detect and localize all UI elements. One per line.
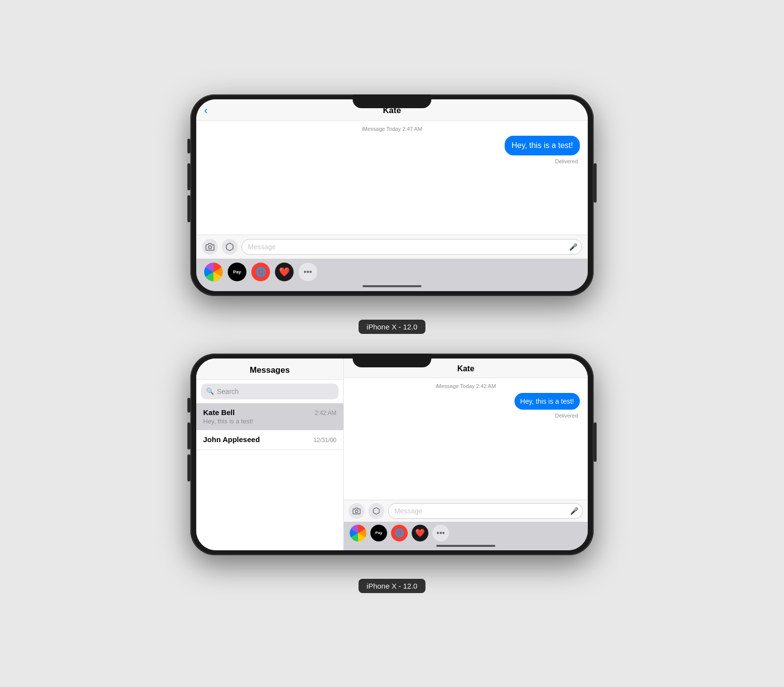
globe-icon-2[interactable]: 🌐: [391, 525, 408, 541]
message-input-bar-2: Message 🎤: [344, 500, 588, 522]
apps-button-2[interactable]: [368, 503, 384, 519]
home-bar-2: [436, 545, 495, 547]
outgoing-message-row: Hey, this is a test!: [204, 136, 580, 156]
message-timestamp-2: iMessage Today 2:42 AM: [352, 383, 580, 389]
conv-time-john: 12/31/00: [313, 437, 336, 444]
messages-title: Messages: [196, 358, 343, 380]
message-body: iMessage Today 2:47 AM Hey, this is a te…: [196, 121, 588, 235]
message-text-input[interactable]: Message 🎤: [241, 239, 582, 255]
camera-button-2[interactable]: [349, 503, 364, 519]
message-timestamp: iMessage Today 2:47 AM: [204, 126, 580, 132]
outgoing-message-row-2: Hey, this is a test!: [352, 393, 580, 410]
messages-sidebar: Messages 🔍 Search Kate Bell 2:42 AM Hey,…: [196, 358, 344, 550]
message-input-bar: Message 🎤: [196, 235, 588, 259]
heart-icon-2[interactable]: ❤️: [412, 525, 428, 541]
more-apps-icon-2[interactable]: •••: [432, 525, 449, 541]
conv-name-kate: Kate Bell: [203, 408, 235, 417]
conv-name-john: John Appleseed: [203, 435, 260, 444]
message-header: ‹ Kate: [196, 99, 588, 121]
contact-name: Kate: [383, 106, 401, 116]
search-icon: 🔍: [206, 388, 214, 395]
volume-down-button[interactable]: [187, 195, 190, 222]
message-text-input-2[interactable]: Message 🎤: [388, 503, 583, 519]
device2-label: iPhone X - 12.0: [359, 579, 425, 593]
volume-up-button-2[interactable]: [187, 422, 190, 449]
app-strip: Pay 🌐 ❤️ •••: [196, 259, 588, 281]
apps-button[interactable]: [222, 239, 238, 255]
apple-pay-icon-2[interactable]: Pay: [370, 525, 387, 541]
more-apps-icon[interactable]: •••: [299, 263, 317, 281]
conv-time-kate: 2:42 AM: [315, 410, 336, 417]
input-placeholder-2: Message: [394, 507, 422, 515]
message-status: Delivered: [204, 158, 580, 164]
home-indicator-area: [196, 281, 588, 291]
conversation-item-kate[interactable]: Kate Bell 2:42 AM Hey, this is a test!: [196, 403, 343, 430]
device1-screen: ‹ Kate iMessage Today 2:47 AM Hey, this …: [196, 99, 588, 291]
device1-label: iPhone X - 12.0: [359, 320, 425, 334]
svg-point-0: [209, 245, 211, 248]
app-strip-2: Pay 🌐 ❤️ •••: [344, 522, 588, 541]
globe-icon[interactable]: 🌐: [251, 263, 270, 281]
search-placeholder: Search: [217, 388, 239, 395]
conv-preview-kate: Hey, this is a test!: [203, 418, 336, 425]
contact-name-2: Kate: [457, 364, 475, 373]
search-bar[interactable]: 🔍 Search: [201, 384, 338, 399]
conv-row-header: Kate Bell 2:42 AM: [203, 408, 336, 417]
power-button[interactable]: [594, 163, 597, 203]
conversation-panel: Kate iMessage Today 2:42 AM Hey, this is…: [344, 358, 588, 550]
conversation-list: Kate Bell 2:42 AM Hey, this is a test! J…: [196, 403, 343, 550]
home-bar: [362, 285, 422, 287]
iphone-device-1: ‹ Kate iMessage Today 2:47 AM Hey, this …: [190, 94, 594, 296]
message-header-2: Kate: [344, 358, 588, 378]
photos-app-icon[interactable]: [204, 263, 223, 281]
power-button-2[interactable]: [594, 422, 597, 462]
device2-screen: Messages 🔍 Search Kate Bell 2:42 AM Hey,…: [196, 358, 588, 550]
home-indicator-area-2: [344, 541, 588, 550]
svg-point-1: [355, 510, 358, 512]
message-bubble-2: Hey, this is a test!: [514, 393, 580, 410]
photos-app-icon-2[interactable]: [350, 525, 366, 541]
microphone-icon: 🎤: [569, 243, 577, 251]
back-button[interactable]: ‹: [204, 104, 208, 117]
volume-up-button[interactable]: [187, 163, 190, 190]
iphone-device-2: Messages 🔍 Search Kate Bell 2:42 AM Hey,…: [190, 354, 594, 555]
camera-button[interactable]: [202, 239, 218, 255]
conv-row-header-john: John Appleseed 12/31/00: [203, 435, 336, 444]
input-placeholder: Message: [248, 243, 276, 251]
microphone-icon-2: 🎤: [570, 507, 578, 515]
volume-down-button-2[interactable]: [187, 454, 190, 481]
mute-button-2[interactable]: [187, 398, 190, 413]
mute-button[interactable]: [187, 139, 190, 153]
heart-icon[interactable]: ❤️: [275, 263, 294, 281]
conversation-item-john[interactable]: John Appleseed 12/31/00: [196, 430, 343, 450]
message-bubble: Hey, this is a test!: [505, 136, 580, 156]
message-status-2: Delivered: [352, 413, 580, 418]
message-body-2: iMessage Today 2:42 AM Hey, this is a te…: [344, 378, 588, 500]
apple-pay-icon[interactable]: Pay: [228, 263, 246, 281]
